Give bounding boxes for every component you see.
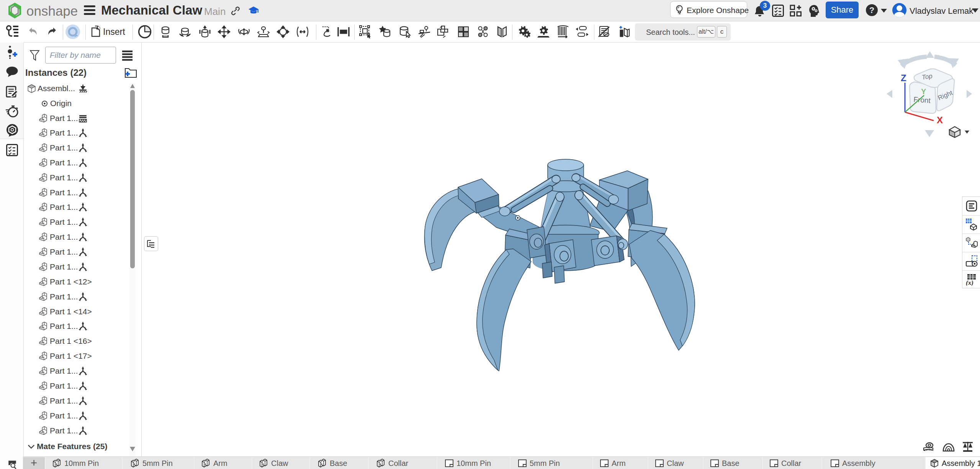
svg-text:(x): (x)	[966, 279, 973, 286]
svg-text:X: X	[937, 115, 943, 125]
svg-text:Z: Z	[901, 73, 906, 83]
svg-text:Y: Y	[921, 87, 926, 96]
